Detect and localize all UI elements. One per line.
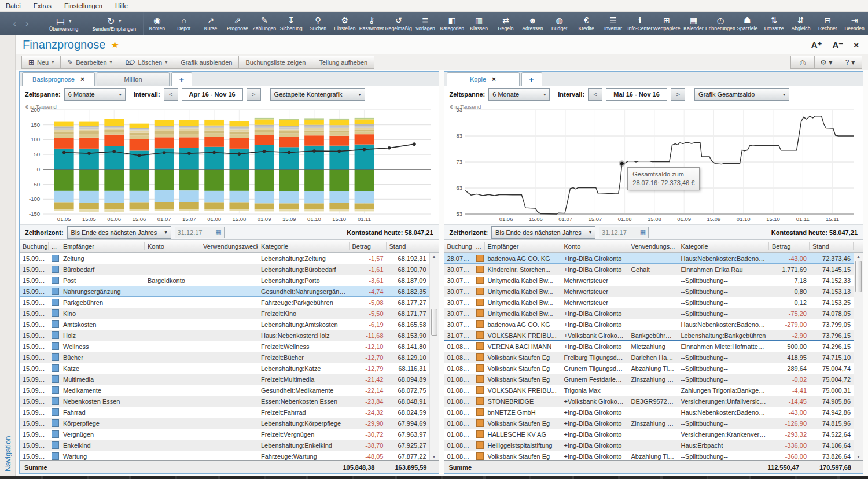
scroll-up-icon[interactable]: ▲ <box>430 255 439 259</box>
teilung-aufheben-button[interactable]: Teilung aufheben <box>312 56 374 69</box>
chart-type-select[interactable]: Gestapelte Kontengrafik ▾ <box>270 88 365 101</box>
toolbar-button-beenden[interactable]: ⇥Beenden <box>841 12 868 35</box>
vertical-scrollbar[interactable]: ▲ ▼ <box>429 253 439 460</box>
table-row[interactable]: 01.08.16HALLESCHE KV AG+Ing-DiBa Girokon… <box>444 429 863 440</box>
scrollbar-thumb[interactable] <box>855 261 862 292</box>
table-row[interactable]: 15.09.16WellnessFreizeit:Wellness-12,106… <box>20 341 439 352</box>
horizon-date-field[interactable]: 31.12.17 ▦ <box>175 227 225 238</box>
horizon-date-field[interactable]: 31.12.17 ▦ <box>599 227 649 238</box>
font-decrease-button[interactable]: A⁻ <box>832 40 843 50</box>
column-header-verwendungs-[interactable]: Verwendungs... <box>628 242 678 250</box>
table-row[interactable]: 01.08.16Heiliggeistspitalstiftung+Ing-Di… <box>444 440 863 451</box>
toolbar-button-kredite[interactable]: €Kredite <box>573 12 599 35</box>
zeitspanne-select[interactable]: 6 Monate ▾ <box>64 88 126 101</box>
table-row[interactable]: 15.09.16KinoFreizeit:Kino-5,5068.171,77 <box>20 308 439 319</box>
toolbar-button-abgleich[interactable]: ⇵Abgleich <box>788 12 814 35</box>
toolbar-button-kurse[interactable]: ↗Kurse <box>197 12 224 35</box>
menu-datei[interactable]: Datei <box>6 2 21 9</box>
toolbar-button-vorlagen[interactable]: ≣Vorlagen <box>412 12 439 35</box>
scroll-down-icon[interactable]: ▼ <box>854 455 863 459</box>
table-row[interactable]: 30.07.16Unitymedia Kabel Bw...Mehrwertst… <box>444 297 863 308</box>
toolbar-button-erinnerungen[interactable]: ◷Erinnerungen <box>707 12 734 35</box>
grafik-ausblenden-button[interactable]: Grafik ausblenden <box>174 56 239 69</box>
scroll-down-icon[interactable]: ▼ <box>430 455 439 459</box>
navigation-sidebar[interactable]: Navigation <box>0 35 16 476</box>
tab-million[interactable]: Million <box>97 72 170 86</box>
interval-prev-button[interactable]: < <box>588 88 602 101</box>
tab-close-icon[interactable]: × <box>492 75 496 83</box>
table-row[interactable]: 30.07.16Unitymedia Kabel Bw...Mehrwertst… <box>444 286 863 297</box>
loeschen-button[interactable]: ⌦Löschen▾ <box>119 56 175 69</box>
toolbar-button-wertpapiere[interactable]: ⊞Wertpapiere <box>653 12 680 35</box>
table-row[interactable]: 15.09.16MedikamenteGesundheit:Medikament… <box>20 385 439 396</box>
column-header-betrag[interactable]: Betrag <box>350 242 387 250</box>
toolbar-button-rechner[interactable]: ⊟Rechner <box>814 12 841 35</box>
add-tab-button[interactable]: + <box>521 72 542 86</box>
toolbar-button-regeln[interactable]: ⇄Regeln <box>492 12 519 35</box>
table-row[interactable]: 15.09.16KatzeLebenshaltung:Katze-12,7968… <box>20 363 439 374</box>
table-row[interactable]: 15.09.16PostBargeldkontoLebenshaltung:Po… <box>20 275 439 286</box>
toolbar-button-senden-empfangen[interactable]: ↻▾Senden/Empfangen <box>85 12 143 35</box>
toolbar-button-depot[interactable]: ⌂Depot <box>171 12 197 35</box>
column-header-empfaenger[interactable]: Empfänger <box>485 242 561 250</box>
toolbar-button-kalender[interactable]: ▦Kalender <box>680 12 707 35</box>
toolbar-button-sparziele[interactable]: ☗Sparziele <box>734 12 760 35</box>
toolbar-button-prognose[interactable]: ⇗Prognose <box>224 12 251 35</box>
toolbar-button-inventar[interactable]: ☰Inventar <box>599 12 626 35</box>
forward-icon[interactable]: › <box>25 18 29 30</box>
toolbar-button-zahlungen[interactable]: ✎Zahlungen <box>251 12 278 35</box>
toolbar-button-sicherung[interactable]: ↧Sicherung <box>278 12 304 35</box>
table-row[interactable]: 01.08.16VERENA BACHMANN+Ing-DiBa Girokon… <box>444 341 863 352</box>
table-row[interactable]: 01.08.16VOLKSBANK FREIBU...Trigonia MaxZ… <box>444 385 863 396</box>
toolbar-button-regelmaessig[interactable]: ↺Regelmäßig <box>385 12 411 35</box>
interval-prev-button[interactable]: < <box>164 88 178 101</box>
table-row[interactable]: 30.07.16Kindereinr. Storchen...+Ing-DiBa… <box>444 264 863 275</box>
table-row[interactable]: 15.09.16ParkgebührenFahrzeuge:Parkgebühr… <box>20 297 439 308</box>
table-row[interactable]: 01.08.16STONEBRIDGE+Volksbank GirokontoD… <box>444 396 863 407</box>
table-row[interactable]: 01.08.16Volksbank Staufen EgGrunern Fest… <box>444 374 863 385</box>
toolbar-button-klassen[interactable]: ▥Klassen <box>465 12 492 35</box>
stacked-account-chart[interactable]: € in Tausend -150-100-5005010015020001.0… <box>20 103 439 224</box>
table-row[interactable]: 15.09.16BücherFreizeit:Bücher-12,7068.12… <box>20 352 439 363</box>
table-row[interactable]: 15.09.16VergnügenFreizeit:Vergnügen-30,7… <box>20 429 439 440</box>
menu-extras[interactable]: Extras <box>34 2 52 9</box>
toolbar-button-kategorien[interactable]: ◧Kategorien <box>439 12 465 35</box>
table-row[interactable]: 15.09.16MultimediaFreizeit:Multimedia-21… <box>20 374 439 385</box>
table-row[interactable]: 15.09.16NahrungsergänzungGesundheit:Nahr… <box>20 286 439 297</box>
line-chart-svg[interactable]: 536373839301.0615.0601.0715.0701.0815.08… <box>446 103 860 223</box>
toolbar-button-info-center[interactable]: ℹInfo-Center <box>627 12 653 35</box>
column-header-verwendungszweck[interactable]: Verwendungszweck <box>200 242 258 250</box>
table-row[interactable]: 15.09.16BürobedarfLebenshaltung:Bürobeda… <box>20 264 439 275</box>
back-icon[interactable]: ‹ <box>13 18 16 30</box>
table-row[interactable]: 15.09.16HolzHaus:Nebenkosten:Holz-11,686… <box>20 330 439 341</box>
table-row[interactable]: 31.07.16VOLKSBANK FREIBU...+Volksbank Gi… <box>444 330 863 341</box>
table-row[interactable]: 01.08.16Volksbank Staufen EgGrunern Tilg… <box>444 363 863 374</box>
column-header-buchung[interactable]: Buchung <box>20 242 49 250</box>
zeitspanne-select[interactable]: 6 Monate ▾ <box>488 88 550 101</box>
toolbar-button-passwoerter[interactable]: ⚷Passwörter <box>358 12 385 35</box>
column-header--[interactable]: ... <box>49 242 60 250</box>
tab-close-icon[interactable]: × <box>80 75 84 83</box>
bearbeiten-button[interactable]: ✎Bearbeiten▾ <box>60 56 119 69</box>
stacked-bar-chart-svg[interactable]: -150-100-5005010015020001.0515.0501.0615… <box>21 103 435 223</box>
column-header-stand[interactable]: Stand <box>387 242 429 250</box>
toolbar-button-ueberweisung[interactable]: ▤▾Überweisung <box>42 12 85 35</box>
table-row[interactable]: 30.07.16badenova AG CO. KG+Ing-DiBa Giro… <box>444 319 863 330</box>
neu-button[interactable]: ⊞Neu▾ <box>21 56 61 69</box>
column-header-kategorie[interactable]: Kategorie <box>678 242 770 250</box>
table-row[interactable]: 15.09.16KörperpflegeLebenshaltung:Körper… <box>20 418 439 429</box>
buchungsliste-zeigen-button[interactable]: Buchungsliste zeigen <box>238 56 312 69</box>
column-header-stand[interactable]: Stand <box>810 242 854 250</box>
toolbar-button-umsaetze[interactable]: ⇅Umsätze <box>760 12 787 35</box>
menu-hilfe[interactable]: Hilfe <box>115 2 128 9</box>
tab-basisprognose[interactable]: Basisprognose × <box>22 72 95 86</box>
table-row[interactable]: 01.08.16Volksbank Staufen Eg+Ing-DiBa Gi… <box>444 418 863 429</box>
column-header-kategorie[interactable]: Kategorie <box>258 242 350 250</box>
settings-button[interactable]: ⚙▾ <box>814 56 838 69</box>
zeithorizont-select[interactable]: Bis Ende des nächsten Jahres ▾ <box>67 226 171 239</box>
table-row[interactable]: 01.08.16Volksbank Staufen EgFreiburg Til… <box>444 352 863 363</box>
font-increase-button[interactable]: A⁺ <box>811 40 822 50</box>
window-bottom-strip[interactable] <box>0 476 868 479</box>
table-row[interactable]: 30.07.16Unitymedia Kabel Bw...+Ing-DiBa … <box>444 308 863 319</box>
toolbar-button-suchen[interactable]: ⚲Suchen <box>304 12 331 35</box>
